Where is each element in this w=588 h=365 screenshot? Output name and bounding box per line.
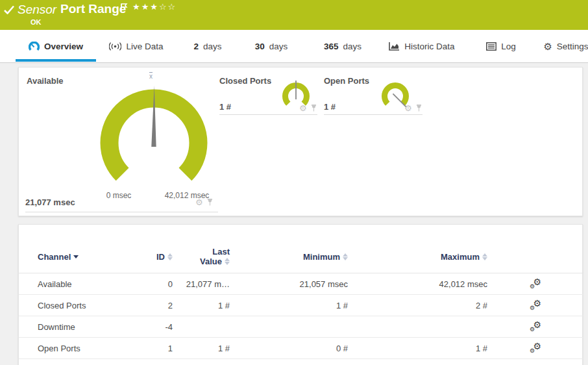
tab-number: 30	[255, 42, 265, 51]
gauge-actions-closed-ports: ⚙	[299, 104, 317, 112]
channel-id: 0	[135, 279, 173, 289]
channel-minimum: 0 #	[230, 344, 348, 353]
sensor-title: Port Range	[60, 2, 126, 16]
channel-last-value: 21,077 m…	[173, 279, 230, 289]
table-row[interactable]: Closed Ports 2 1 # 1 # 2 # ⚙⚙	[19, 295, 583, 316]
channel-last-value: 1 #	[173, 301, 230, 310]
column-header-channel[interactable]: Channel	[38, 252, 135, 262]
sort-icon	[225, 258, 230, 266]
pin-icon[interactable]	[207, 199, 213, 206]
divider	[25, 212, 218, 212]
tab-label: Live Data	[126, 42, 163, 51]
priority-stars[interactable]: ★★★☆☆	[132, 2, 177, 12]
open-ports-gauge-arc	[385, 86, 406, 104]
gauge-title-available: Available	[27, 76, 64, 86]
channel-id: 1	[135, 344, 173, 353]
gauge-actions-open-ports: ⚙	[404, 104, 422, 112]
table-row[interactable]: Open Ports 1 1 # 0 # 1 # ⚙⚙	[19, 338, 583, 359]
column-header-minimum[interactable]: Minimum	[230, 252, 348, 262]
column-header-maximum[interactable]: Maximum	[348, 252, 487, 262]
gauge-title-open-ports: Open Ports	[324, 76, 369, 86]
sort-icon	[343, 253, 348, 260]
tab-bar: Overview Live Data 2 days 30 days 365 da…	[0, 30, 588, 63]
historic-chart-icon	[389, 42, 400, 51]
gauge-actions-available: ⚙	[195, 198, 213, 207]
edit-channel-icon[interactable]: ⚙⚙	[530, 300, 541, 310]
channel-name: Available	[38, 279, 135, 289]
tab-label: Log	[501, 42, 516, 51]
tab-label: days	[203, 42, 222, 51]
tab-historic-data[interactable]: Historic Data	[382, 30, 462, 62]
table-header-row: Channel ID Last Value Minimum	[19, 225, 583, 273]
channel-name: Open Ports	[38, 344, 135, 353]
gauge-value-closed-ports: 1 #	[219, 102, 231, 112]
channel-maximum: 42,012 msec	[348, 279, 487, 289]
sort-icon	[482, 253, 487, 260]
gear-icon[interactable]: ⚙	[195, 198, 203, 207]
divider	[324, 114, 423, 115]
channel-id: 2	[135, 301, 173, 310]
gauge-title-closed-ports: Closed Ports	[219, 76, 271, 86]
sensor-header: Sensor Port Range ★★★☆☆ OK	[0, 0, 588, 30]
tab-2-days[interactable]: 2 days	[187, 30, 228, 62]
status-badge: OK	[31, 18, 42, 26]
mean-marker: x	[149, 73, 153, 80]
channel-id: -4	[135, 322, 173, 332]
overview-panel: x Available 0 msec 42,012 msec 21,077 ms…	[18, 67, 583, 216]
table-row[interactable]: Downtime -4 ⚙⚙	[19, 316, 583, 338]
tab-365-days[interactable]: 365 days	[313, 30, 373, 62]
settings-gear-icon: ⚙	[543, 42, 552, 51]
channel-maximum: 1 #	[348, 344, 487, 353]
prtg-sensor-page: Sensor Port Range ★★★☆☆ OK Overview	[0, 0, 588, 365]
gear-icon[interactable]: ⚙	[404, 104, 412, 112]
sensor-type-label: Sensor	[18, 3, 56, 17]
gauge-value-available: 21,077 msec	[25, 197, 75, 207]
gauge-icon	[29, 42, 40, 51]
channels-panel: Channel ID Last Value Minimum	[18, 224, 583, 365]
table-row[interactable]: Available 0 21,077 m… 21,057 msec 42,012…	[19, 273, 583, 295]
pin-icon[interactable]	[311, 105, 317, 112]
edit-channel-icon[interactable]: ⚙⚙	[530, 279, 541, 289]
tab-settings[interactable]: ⚙ Settings	[539, 30, 588, 62]
tab-live-data[interactable]: Live Data	[104, 30, 169, 62]
live-data-icon	[109, 42, 121, 51]
sort-icon	[167, 253, 173, 260]
tab-number: 2	[193, 42, 199, 51]
gear-icon[interactable]: ⚙	[299, 104, 307, 112]
column-header-id[interactable]: ID	[135, 252, 173, 262]
divider	[219, 114, 317, 115]
pin-icon[interactable]	[416, 105, 422, 112]
tab-30-days[interactable]: 30 days	[249, 30, 293, 62]
sort-desc-icon	[73, 255, 79, 258]
tab-label: Historic Data	[404, 42, 454, 51]
column-header-last-value[interactable]: Last Value	[173, 247, 230, 266]
channel-minimum: 1 #	[230, 301, 348, 310]
tab-log[interactable]: Log	[479, 30, 523, 62]
edit-channel-icon[interactable]: ⚙⚙	[530, 321, 541, 332]
channel-last-value: 1 #	[173, 344, 230, 353]
channels-table: Channel ID Last Value Minimum	[19, 225, 583, 359]
status-check-icon	[4, 5, 14, 14]
tab-label: Overview	[44, 42, 83, 51]
tab-label: days	[343, 42, 362, 51]
tab-label: days	[269, 42, 288, 51]
flag-icon[interactable]	[121, 3, 128, 11]
tab-overview[interactable]: Overview	[16, 30, 96, 62]
channel-name: Closed Ports	[38, 301, 135, 310]
gauge-value-open-ports: 1 #	[324, 102, 336, 112]
tab-label: Settings	[557, 42, 588, 51]
edit-channel-icon[interactable]: ⚙⚙	[530, 343, 541, 353]
channel-minimum: 21,057 msec	[230, 279, 348, 289]
channel-name: Downtime	[38, 322, 135, 332]
channel-maximum: 2 #	[348, 301, 487, 310]
log-icon	[486, 42, 496, 51]
gauge-min-label: 0 msec	[99, 191, 138, 200]
tab-number: 365	[324, 42, 339, 51]
